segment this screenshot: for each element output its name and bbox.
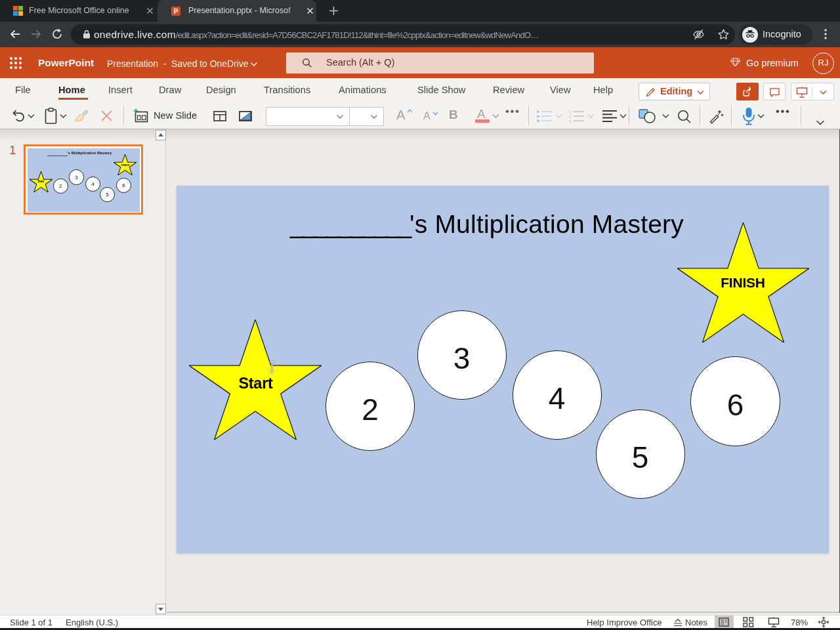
svg-text:3: 3 xyxy=(569,119,572,123)
svg-text:2: 2 xyxy=(569,115,572,119)
svg-text:1: 1 xyxy=(569,110,572,114)
